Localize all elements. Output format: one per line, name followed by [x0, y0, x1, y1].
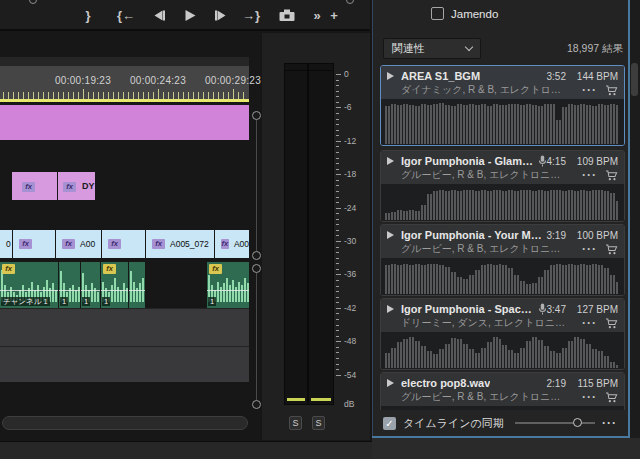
audio-clip-green[interactable]: 1: [81, 262, 100, 308]
timeline-header-strip: [0, 57, 249, 66]
solo-button[interactable]: S: [289, 416, 302, 430]
fx-badge[interactable]: fx: [152, 239, 165, 249]
meter-scale-tick: [336, 213, 339, 214]
sync-more-options-button[interactable]: ···: [602, 416, 617, 430]
play-preview-button[interactable]: [387, 231, 394, 239]
audio-clip-green[interactable]: fx1: [207, 262, 249, 308]
waveform-bar: [397, 105, 399, 144]
clip-label: DY: [82, 181, 95, 191]
add-to-cart-button[interactable]: [605, 392, 618, 403]
track-scroll-handle[interactable]: [252, 400, 261, 409]
more-options-button[interactable]: ···: [582, 393, 597, 401]
waveform-bar: [517, 104, 519, 144]
add-tool-icon[interactable]: +: [330, 0, 338, 31]
audio-gain-line[interactable]: [101, 290, 128, 291]
track-scroll-handle[interactable]: [252, 111, 261, 120]
more-options-button[interactable]: ···: [582, 171, 597, 179]
video-clip-blue[interactable]: fx: [13, 230, 55, 258]
timeline-horizontal-scrollbar[interactable]: [2, 416, 248, 430]
go-to-in-icon[interactable]: {←: [117, 0, 135, 31]
fx-badge[interactable]: fx: [62, 239, 75, 249]
more-options-button[interactable]: ···: [582, 319, 597, 327]
browser-scrollbar-thumb[interactable]: [631, 63, 638, 96]
audio-track-item[interactable]: Igor Pumphonia - Space Zone X33:47127 BP…: [380, 298, 625, 370]
play-preview-button[interactable]: [387, 157, 394, 165]
waveform-bar: [613, 104, 615, 144]
audio-clip-green[interactable]: 1: [59, 262, 80, 308]
track-item-header: Igor Pumphonia - Space Zone X33:47127 BP…: [381, 299, 624, 332]
play-preview-button[interactable]: [387, 379, 394, 387]
export-frame-icon[interactable]: [279, 0, 296, 31]
waveform-bar: [394, 212, 396, 220]
waveform-preview[interactable]: [381, 332, 624, 370]
go-to-out-icon[interactable]: →}: [242, 0, 260, 31]
waveform-bar: [403, 264, 405, 294]
fx-badge[interactable]: fx: [221, 239, 229, 249]
waveform-bar: [409, 337, 411, 368]
waveform-preview[interactable]: [381, 184, 624, 222]
video-clip-fx[interactable]: fxDY: [58, 172, 95, 200]
video-clip-pink[interactable]: [0, 105, 249, 140]
track-scroll-handle[interactable]: [252, 264, 261, 273]
fx-badge[interactable]: fx: [209, 264, 222, 274]
zoom-slider-track[interactable]: [515, 422, 595, 424]
fx-badge[interactable]: fx: [19, 239, 32, 249]
step-back-icon[interactable]: [153, 0, 166, 31]
audio-gain-line[interactable]: [0, 290, 58, 291]
fx-badge[interactable]: fx: [63, 182, 76, 192]
track-scroll-line[interactable]: [256, 273, 257, 400]
fx-badge[interactable]: fx: [108, 239, 121, 249]
video-clip-blue[interactable]: fxA00: [56, 230, 101, 258]
audio-waveform-bar: [75, 290, 77, 302]
video-clip-blue[interactable]: fxA00: [215, 230, 249, 258]
waveform-preview[interactable]: [381, 99, 624, 146]
add-to-cart-button[interactable]: [605, 85, 618, 96]
audio-clip-green[interactable]: fxチャンネル 1: [0, 262, 58, 308]
video-clip-blue[interactable]: fx: [102, 230, 145, 258]
audio-track-item[interactable]: Igor Pumphonia - Your Measurem...3:19100…: [380, 224, 625, 296]
audio-clip-green[interactable]: [129, 262, 145, 308]
overflow-chevrons-icon[interactable]: »: [313, 0, 320, 31]
video-clip-fx[interactable]: fx: [12, 172, 57, 200]
video-clip-blue[interactable]: 0: [0, 230, 12, 258]
jamendo-checkbox[interactable]: [431, 7, 444, 20]
more-options-button[interactable]: ···: [582, 245, 597, 253]
play-preview-button[interactable]: [387, 305, 394, 313]
play-icon[interactable]: [184, 0, 197, 31]
waveform-bar: [487, 342, 489, 368]
fx-badge[interactable]: fx: [22, 182, 35, 192]
waveform-bar: [427, 351, 429, 368]
meter-scale-tick: [336, 208, 341, 209]
sort-dropdown[interactable]: 関連性: [383, 38, 481, 59]
waveform-preview[interactable]: [381, 258, 624, 296]
audio-track-item[interactable]: AREA S1_BGM3:52144 BPMダイナミック, R & B, エレク…: [380, 65, 625, 146]
add-to-cart-button[interactable]: [605, 318, 618, 329]
audio-track-item[interactable]: Igor Pumphonia - Glamor in Life4:15109 B…: [380, 150, 625, 222]
track-scroll-line[interactable]: [256, 120, 257, 251]
audio-gain-line[interactable]: [81, 290, 100, 291]
step-forward-icon[interactable]: [215, 0, 228, 31]
fx-badge[interactable]: fx: [103, 264, 116, 274]
timeline-ruler[interactable]: 00:00:19:2300:00:24:2300:00:29:23: [0, 66, 249, 99]
audio-waveform-bar: [223, 283, 225, 302]
add-to-cart-button[interactable]: [605, 170, 618, 181]
zoom-slider-knob[interactable]: [573, 418, 582, 427]
audio-gain-line[interactable]: [207, 290, 249, 291]
timeline-sync-checkbox[interactable]: ✓: [383, 417, 396, 430]
track-bpm: 144 BPM: [566, 71, 618, 82]
meter-scale-tick: [336, 180, 339, 181]
fx-badge[interactable]: fx: [2, 264, 15, 274]
audio-gain-line[interactable]: [129, 290, 145, 291]
solo-button[interactable]: S: [312, 416, 325, 430]
video-clip-blue[interactable]: fxA005_072: [146, 230, 214, 258]
add-to-cart-button[interactable]: [605, 244, 618, 255]
audio-clip-green[interactable]: fx1: [101, 262, 128, 308]
play-preview-button[interactable]: [387, 72, 394, 80]
marker-brace-icon[interactable]: }: [85, 0, 90, 31]
audio-gain-line[interactable]: [59, 290, 80, 291]
waveform-bar: [424, 205, 426, 220]
work-area-bar[interactable]: [0, 99, 249, 102]
waveform-bar: [406, 264, 408, 294]
more-options-button[interactable]: ···: [582, 86, 597, 94]
track-scroll-handle[interactable]: [252, 251, 261, 260]
